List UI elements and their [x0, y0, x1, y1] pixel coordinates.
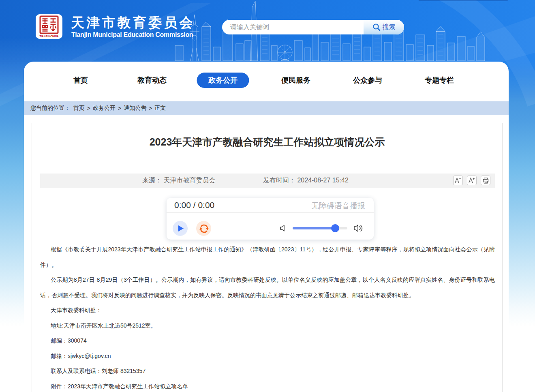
svg-text:TIANJIN-CHINA: TIANJIN-CHINA [39, 35, 59, 38]
